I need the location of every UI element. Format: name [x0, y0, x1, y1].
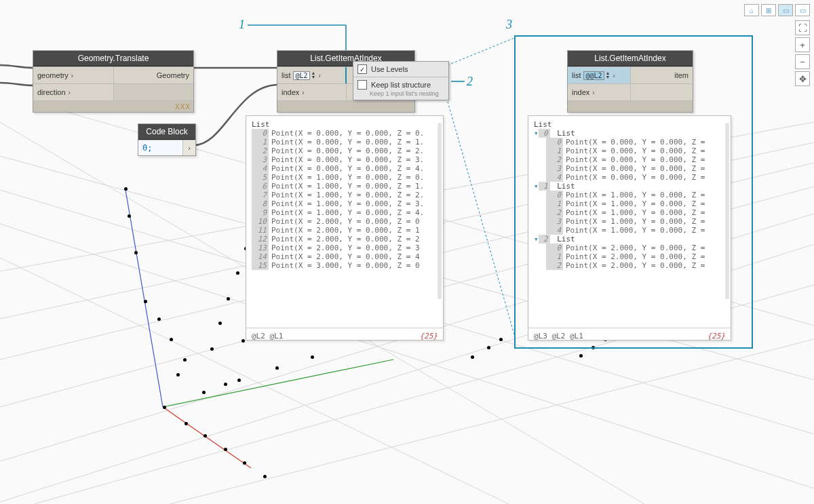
svg-line-14: [125, 190, 163, 407]
list-item[interactable]: 3Point(X = 0.000, Y = 0.000, Z =: [534, 164, 725, 173]
port-index[interactable]: index›: [568, 84, 630, 100]
list-item[interactable]: 2Point(X = 1.000, Y = 0.000, Z =: [534, 208, 725, 217]
node-lacing[interactable]: [568, 100, 693, 112]
list-item[interactable]: 1Point(X = 2.000, Y = 0.000, Z =: [534, 252, 725, 261]
geometry-point: [243, 461, 246, 465]
list-item[interactable]: 7Point(X = 1.000, Y = 0.000, Z = 2.: [252, 191, 438, 199]
code-input[interactable]: 0;: [138, 140, 183, 155]
level-indicator[interactable]: @L2 @L1: [252, 332, 283, 341]
view-mode-button-3[interactable]: ▭: [778, 4, 793, 16]
geometry-point: [471, 355, 474, 359]
node-title: Geometry.Translate: [33, 51, 193, 66]
list-item[interactable]: 0Point(X = 0.000, Y = 0.000, Z =: [534, 138, 725, 147]
list-item[interactable]: 0Point(X = 0.000, Y = 0.000, Z = 0.: [252, 129, 438, 138]
checkbox-checked-icon[interactable]: ✓: [357, 64, 367, 74]
port-direction[interactable]: direction›: [33, 84, 113, 100]
list-item[interactable]: 8Point(X = 1.000, Y = 0.000, Z = 3.: [252, 199, 438, 208]
port-out[interactable]: ›: [183, 140, 195, 155]
list-item[interactable]: 2Point(X = 0.000, Y = 0.000, Z = 2.: [252, 147, 438, 155]
geometry-point: [579, 354, 583, 357]
level-spinner[interactable]: ▲▼: [606, 71, 610, 79]
geometry-point: [134, 251, 138, 254]
list-item[interactable]: 0Point(X = 1.000, Y = 0.000, Z =: [534, 191, 725, 199]
list-group[interactable]: ▾2 List: [534, 235, 725, 244]
geometry-point: [227, 297, 230, 301]
port-list[interactable]: list @@L2 ▲▼ ›: [568, 67, 630, 83]
list-item[interactable]: 0Point(X = 2.000, Y = 0.000, Z =: [534, 244, 725, 252]
list-group[interactable]: ▾1 List: [534, 182, 725, 191]
item-count: {25}: [420, 332, 438, 341]
geometry-point: [202, 391, 206, 394]
node-geometry-translate[interactable]: Geometry.Translate geometry› Geometry di…: [33, 50, 194, 113]
list-group[interactable]: ▾0 List: [534, 129, 725, 138]
list-item[interactable]: 1Point(X = 1.000, Y = 0.000, Z =: [534, 199, 725, 208]
preview-header: List: [252, 120, 438, 129]
output-preview-1[interactable]: List 0Point(X = 0.000, Y = 0.000, Z = 0.…: [246, 115, 444, 341]
list-item[interactable]: 3Point(X = 1.000, Y = 0.000, Z =: [534, 217, 725, 226]
geometry-point: [176, 373, 180, 376]
node-lacing[interactable]: XXX: [33, 100, 193, 112]
level-selector[interactable]: @L2: [293, 71, 309, 80]
list-item[interactable]: 4Point(X = 0.000, Y = 0.000, Z = 4.: [252, 164, 438, 173]
list-item[interactable]: 9Point(X = 1.000, Y = 0.000, Z = 4.: [252, 208, 438, 217]
preview-body[interactable]: List ▾0 List0Point(X = 0.000, Y = 0.000,…: [528, 116, 731, 328]
level-indicator[interactable]: @L3 @L2 @L1: [534, 332, 583, 341]
list-item[interactable]: 12Point(X = 2.000, Y = 0.000, Z = 2: [252, 235, 438, 244]
geometry-point: [170, 338, 173, 341]
view-mode-button-4[interactable]: ▭: [795, 4, 810, 16]
zoom-fit-button[interactable]: ⛶: [795, 20, 810, 35]
annotation-3: 3: [506, 18, 512, 32]
scrollbar[interactable]: [725, 123, 729, 299]
nav-controls: ⛶ + − ✥: [795, 20, 810, 86]
view-mode-button-1[interactable]: ⌂: [744, 4, 759, 16]
list-item[interactable]: 2Point(X = 2.000, Y = 0.000, Z =: [534, 261, 725, 270]
list-item[interactable]: 2Point(X = 0.000, Y = 0.000, Z =: [534, 155, 725, 164]
list-item[interactable]: 13Point(X = 2.000, Y = 0.000, Z = 3: [252, 244, 438, 252]
geometry-point: [210, 347, 214, 351]
chevron-right-icon: ›: [610, 72, 617, 79]
list-item[interactable]: 15Point(X = 3.000, Y = 0.000, Z = 0: [252, 261, 438, 270]
scrollbar[interactable]: [438, 123, 442, 299]
port-geometry[interactable]: geometry›: [33, 67, 113, 83]
node-title: Code Block: [138, 124, 195, 140]
list-item[interactable]: 6Point(X = 1.000, Y = 0.000, Z = 1.: [252, 182, 438, 191]
annotation-1: 1: [239, 18, 245, 32]
list-item[interactable]: 10Point(X = 2.000, Y = 0.000, Z = 0: [252, 217, 438, 226]
chevron-right-icon: ›: [299, 89, 307, 96]
geometry-point: [236, 271, 239, 275]
chevron-right-icon: ›: [315, 72, 323, 79]
keep-structure-label: Keep list structure: [371, 81, 431, 89]
list-item[interactable]: 4Point(X = 1.000, Y = 0.000, Z =: [534, 226, 725, 235]
level-selector[interactable]: @@L2: [583, 71, 604, 80]
list-item[interactable]: 11Point(X = 2.000, Y = 0.000, Z = 1: [252, 226, 438, 235]
svg-line-6: [170, 339, 814, 504]
output-preview-2[interactable]: List ▾0 List0Point(X = 0.000, Y = 0.000,…: [528, 115, 731, 341]
port-out-geometry[interactable]: Geometry: [113, 67, 194, 83]
list-item[interactable]: 1Point(X = 0.000, Y = 0.000, Z = 1.: [252, 138, 438, 147]
geometry-point: [204, 434, 207, 438]
checkbox-unchecked-icon[interactable]: [357, 80, 367, 90]
view-mode-button-2[interactable]: ⊞: [761, 4, 776, 16]
port-out-item[interactable]: item: [630, 67, 693, 83]
list-item[interactable]: 3Point(X = 0.000, Y = 0.000, Z = 3.: [252, 155, 438, 164]
list-item[interactable]: 4Point(X = 0.000, Y = 0.000, Z =: [534, 173, 725, 182]
port-index[interactable]: index›: [277, 84, 346, 100]
zoom-out-button[interactable]: −: [795, 54, 810, 69]
node-code-block[interactable]: Code Block 0; ›: [138, 123, 196, 156]
item-count: {25}: [708, 332, 726, 341]
zoom-in-button[interactable]: +: [795, 37, 810, 52]
use-levels-option[interactable]: ✓ Use Levels: [353, 62, 448, 77]
preview-body[interactable]: List 0Point(X = 0.000, Y = 0.000, Z = 0.…: [246, 116, 443, 328]
level-spinner[interactable]: ▲▼: [311, 71, 316, 79]
svg-line-20: [448, 38, 514, 65]
node-lacing[interactable]: [277, 100, 414, 112]
svg-line-16: [163, 407, 251, 468]
list-item[interactable]: 5Point(X = 1.000, Y = 0.000, Z = 0.: [252, 173, 438, 182]
port-list[interactable]: list @L2 ▲▼ ›: [277, 67, 345, 83]
list-item[interactable]: 1Point(X = 0.000, Y = 0.000, Z =: [534, 147, 725, 155]
geometry-point: [311, 355, 314, 359]
geometry-point: [224, 448, 227, 451]
node-getitematindex-2[interactable]: List.GetItemAtIndex list @@L2 ▲▼ › item …: [567, 50, 693, 113]
list-item[interactable]: 14Point(X = 2.000, Y = 0.000, Z = 4: [252, 252, 438, 261]
pan-button[interactable]: ✥: [795, 71, 810, 86]
